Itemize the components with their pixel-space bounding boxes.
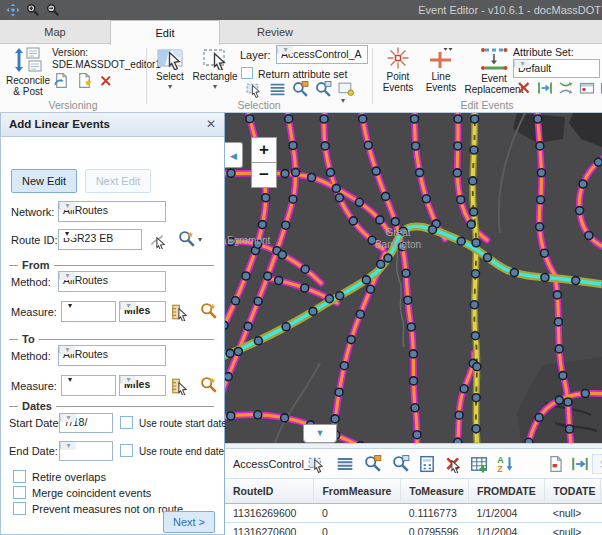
event-point[interactable]	[289, 195, 297, 203]
event-point[interactable]	[471, 115, 479, 123]
event-point[interactable]	[422, 195, 430, 203]
event-point[interactable]	[325, 295, 333, 303]
event-point[interactable]	[473, 363, 481, 371]
event-point[interactable]	[258, 221, 266, 229]
chevron-down-icon[interactable]: ▾	[120, 376, 136, 384]
chevron-down-icon[interactable]: ▾	[60, 442, 76, 450]
event-point[interactable]	[326, 168, 334, 176]
event-point[interactable]	[382, 192, 390, 200]
event-point[interactable]	[331, 415, 339, 423]
event-point[interactable]	[457, 196, 465, 204]
event-point[interactable]	[227, 169, 235, 177]
event-point[interactable]	[372, 167, 380, 175]
event-point[interactable]	[254, 411, 262, 419]
prevent-measures-checkbox[interactable]	[13, 502, 26, 515]
event-point[interactable]	[278, 251, 286, 259]
event-point[interactable]	[308, 174, 316, 182]
event-point[interactable]	[377, 260, 385, 268]
return-attribute-set-checkbox[interactable]	[241, 67, 253, 79]
event-point[interactable]	[246, 115, 254, 123]
event-point[interactable]	[281, 414, 289, 422]
close-icon[interactable]: ✕	[206, 117, 216, 131]
delete-event-icon[interactable]	[516, 80, 532, 96]
event-point[interactable]	[564, 398, 572, 406]
event-point[interactable]	[470, 208, 478, 216]
event-point[interactable]	[292, 168, 300, 176]
event-point[interactable]	[469, 177, 477, 185]
event-point[interactable]	[471, 332, 479, 340]
chevron-down-icon[interactable]: ▾	[168, 83, 172, 91]
new-version-icon[interactable]	[76, 72, 93, 89]
event-point[interactable]	[227, 412, 235, 420]
event-point[interactable]	[536, 223, 544, 231]
event-point[interactable]	[402, 269, 410, 277]
select-features-icon[interactable]	[308, 455, 326, 473]
event-point[interactable]	[559, 372, 567, 380]
from-method-dropdown[interactable]: AllRoutes ▾	[58, 271, 166, 292]
tab-edit[interactable]: Edit	[110, 20, 220, 45]
event-point[interactable]	[429, 226, 437, 234]
event-point[interactable]	[376, 216, 384, 224]
event-point[interactable]	[254, 337, 262, 345]
event-point[interactable]	[553, 291, 561, 299]
chevron-down-icon[interactable]: ▾	[59, 230, 75, 238]
delete-version-icon[interactable]	[99, 74, 113, 88]
event-point[interactable]	[534, 115, 542, 123]
from-measure-unit-dropdown[interactable]: Miles ▾	[119, 301, 166, 322]
to-measure-unit-dropdown[interactable]: Miles ▾	[119, 375, 166, 396]
chevron-down-icon[interactable]: ▾	[62, 302, 78, 310]
zoom-to-selection-icon[interactable]	[292, 81, 309, 98]
event-point[interactable]	[336, 292, 344, 300]
event-point[interactable]	[572, 277, 580, 285]
event-point[interactable]	[364, 141, 372, 149]
event-point[interactable]	[455, 411, 463, 419]
select-features-icon[interactable]	[246, 81, 263, 98]
pan-to-selection-icon[interactable]	[392, 455, 410, 473]
event-point[interactable]	[309, 307, 317, 315]
layer-dropdown[interactable]: AccessControl_A ▾	[276, 45, 368, 64]
event-point[interactable]	[301, 284, 309, 292]
zoom-out-icon[interactable]	[46, 3, 60, 17]
retire-overlaps-checkbox[interactable]	[13, 470, 26, 483]
select-to-measure-icon[interactable]	[171, 377, 189, 395]
pan-icon[interactable]	[6, 3, 20, 17]
chevron-down-icon[interactable]: ▾	[59, 202, 75, 210]
chevron-down-icon[interactable]: ▾	[62, 376, 78, 384]
event-point[interactable]	[321, 142, 329, 150]
event-point[interactable]	[410, 377, 418, 385]
zoom-to-route-icon[interactable]	[178, 230, 196, 248]
event-point[interactable]	[356, 310, 364, 318]
event-point[interactable]	[472, 239, 480, 247]
event-point[interactable]	[554, 318, 562, 326]
event-point[interactable]	[332, 184, 340, 192]
new-edit-button[interactable]: New Edit	[11, 169, 77, 193]
chevron-down-icon[interactable]: ▾	[198, 236, 202, 244]
event-point[interactable]	[454, 115, 462, 123]
event-point[interactable]	[576, 207, 584, 215]
event-point[interactable]	[281, 170, 289, 178]
event-point[interactable]	[262, 194, 270, 202]
event-point[interactable]	[264, 272, 272, 280]
point-events-button[interactable]: Point Events	[376, 46, 420, 93]
merge-events-icon[interactable]	[558, 80, 574, 96]
field-calculator-icon[interactable]	[418, 455, 436, 473]
pan-to-selection-icon[interactable]	[315, 81, 332, 98]
rectangle-select-button[interactable]: Rectangle ▾	[192, 46, 238, 91]
column-header[interactable]: ToMeasure	[401, 479, 469, 503]
event-point[interactable]	[285, 115, 293, 123]
tab-map[interactable]: Map	[0, 20, 110, 44]
tab-review[interactable]: Review	[220, 20, 330, 44]
event-point[interactable]	[282, 323, 290, 331]
table-row[interactable]: 1131626960000.11167731/1/2004<null>N	[225, 503, 602, 522]
save-button[interactable]: Sa	[592, 454, 602, 474]
event-point[interactable]	[225, 321, 228, 329]
line-events-button[interactable]: Line Events	[420, 46, 462, 93]
event-point[interactable]	[472, 425, 480, 433]
event-point[interactable]	[555, 396, 563, 404]
event-point[interactable]	[362, 276, 370, 284]
event-point[interactable]	[581, 390, 589, 398]
event-point[interactable]	[367, 285, 375, 293]
event-point[interactable]	[413, 431, 421, 439]
event-point[interactable]	[537, 196, 545, 204]
event-point[interactable]	[411, 115, 419, 123]
